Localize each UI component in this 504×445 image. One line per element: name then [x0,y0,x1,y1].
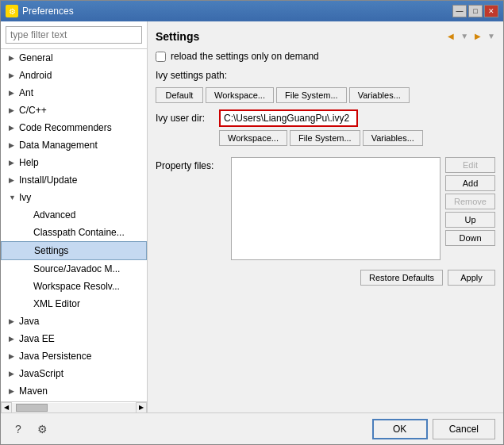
arrow-data-management: ▶ [9,138,17,152]
label-workspace-resolv: Workspace Resolv... [33,279,120,293]
maximize-button[interactable]: □ [468,5,483,17]
label-ivy: Ivy [19,190,31,205]
settings-icon-button[interactable]: ⚙ [33,420,52,439]
label-java-ee: Java EE [19,332,55,346]
restore-defaults-button[interactable]: Restore Defaults [360,270,443,286]
footer-icons: ? ⚙ [9,420,52,439]
sidebar-item-help[interactable]: ▶ Help [1,154,147,171]
reload-label: reload the settings only on demand [171,51,319,62]
label-javascript: JavaScript [19,366,63,381]
arrow-java-persistence: ▶ [9,349,17,363]
file-system2-button[interactable]: File System... [290,130,360,146]
sidebar-item-xml-editor[interactable]: XML Editor [1,295,147,313]
label-maven: Maven [19,384,48,398]
cancel-button[interactable]: Cancel [433,419,495,439]
label-general: General [19,51,53,65]
hscroll-track [12,403,136,412]
workspace2-button[interactable]: Workspace... [219,130,287,146]
sidebar-item-general[interactable]: ▶ General [1,49,147,67]
arrow-maven: ▶ [9,384,17,398]
nav-forward-button[interactable]: ▶ [470,29,486,43]
minimize-button[interactable]: — [452,5,467,17]
reload-row: reload the settings only on demand [156,51,495,62]
label-source-javadoc: Source/Javadoc M... [33,262,120,276]
default-button[interactable]: Default [156,87,203,103]
label-code-recommenders: Code Recommenders [19,121,112,135]
window-icon: ⚙ [6,5,18,17]
up-button[interactable]: Up [445,212,495,228]
sidebar-item-java-ee[interactable]: ▶ Java EE [1,330,147,347]
remove-button[interactable]: Remove [445,194,495,209]
arrow-code-recommenders: ▶ [9,121,17,135]
ivy-user-dir-buttons: Workspace... File System... Variables... [219,130,495,146]
nav-back-button[interactable]: ◀ [443,29,459,43]
variables2-button[interactable]: Variables... [363,130,423,146]
file-system-button[interactable]: File System... [276,87,347,103]
hscroll-left[interactable]: ◀ [1,402,12,413]
arrow-ant: ▶ [9,86,17,100]
sidebar-item-source-javadoc[interactable]: Source/Javadoc M... [1,260,147,278]
nav-separator: ▼ [460,32,468,40]
sidebar-item-java[interactable]: ▶ Java [1,313,147,330]
sidebar-item-cpp[interactable]: ▶ C/C++ [1,102,147,119]
nav-buttons: ◀ ▼ ▶ ▼ [443,29,495,43]
help-icon-button[interactable]: ? [9,420,28,439]
apply-button[interactable]: Apply [448,270,495,286]
down-button[interactable]: Down [445,230,495,246]
sidebar-item-android[interactable]: ▶ Android [1,67,147,84]
label-java: Java [19,314,39,328]
ivy-user-dir-input[interactable] [219,109,358,127]
arrow-java-ee: ▶ [9,332,17,346]
label-data-management: Data Management [19,138,98,152]
property-files-section: Property files: Edit Add Remove Up Down [156,157,495,263]
label-cpp: C/C++ [19,103,47,117]
reload-checkbox[interactable] [156,52,166,62]
sidebar-item-data-management[interactable]: ▶ Data Management [1,136,147,154]
variables-button[interactable]: Variables... [349,87,410,103]
label-ant: Ant [19,86,33,100]
sidebar-item-java-persistence[interactable]: ▶ Java Persistence [1,347,147,365]
sidebar-item-settings[interactable]: Settings [1,241,147,260]
tree-list[interactable]: ▶ General ▶ Android ▶ Ant ▶ C/C++ [1,49,147,401]
label-xml-editor: XML Editor [33,297,80,311]
sidebar-item-code-recommenders[interactable]: ▶ Code Recommenders [1,119,147,136]
sidebar-item-maven[interactable]: ▶ Maven [1,382,147,400]
footer-right: OK Cancel [372,419,495,439]
sidebar-item-classpath-container[interactable]: Classpath Containe... [1,224,147,241]
hscroll-right[interactable]: ▶ [136,402,147,413]
arrow-java: ▶ [9,314,17,328]
sidebar: ▶ General ▶ Android ▶ Ant ▶ C/C++ [1,21,148,412]
title-bar: ⚙ Preferences — □ ✕ [1,1,503,21]
property-buttons: Edit Add Remove Up Down [445,157,495,246]
sidebar-item-ant[interactable]: ▶ Ant [1,84,147,102]
edit-button[interactable]: Edit [445,157,495,173]
property-list[interactable] [231,157,441,260]
bottom-actions: Restore Defaults Apply [156,270,495,286]
sidebar-item-ivy[interactable]: ▼ Ivy [1,189,147,206]
sidebar-item-javascript[interactable]: ▶ JavaScript [1,365,147,382]
ivy-settings-path-label: Ivy settings path: [156,70,247,81]
arrow-general: ▶ [9,51,17,65]
ok-button[interactable]: OK [372,419,428,439]
property-list-area [231,157,441,263]
horizontal-scrollbar[interactable]: ◀ ▶ [1,401,147,412]
add-button[interactable]: Add [445,175,495,191]
right-panel: Settings ◀ ▼ ▶ ▼ reload the settings onl… [148,21,503,412]
close-button[interactable]: ✕ [484,5,498,17]
label-android: Android [19,68,52,82]
panel-title: Settings [156,30,199,43]
label-advanced: Advanced [33,208,75,222]
sidebar-item-install-update[interactable]: ▶ Install/Update [1,171,147,189]
hscroll-thumb[interactable] [16,404,48,412]
sidebar-item-workspace-resolv[interactable]: Workspace Resolv... [1,278,147,295]
sidebar-item-advanced[interactable]: Advanced [1,206,147,224]
workspace-button[interactable]: Workspace... [206,87,274,103]
ivy-user-dir-label: Ivy user dir: [156,113,219,124]
panel-header: Settings ◀ ▼ ▶ ▼ [156,29,495,43]
main-content: ▶ General ▶ Android ▶ Ant ▶ C/C++ [1,21,503,412]
label-classpath: Classpath Containe... [33,225,125,240]
filter-input[interactable] [6,26,142,44]
footer-bar: ? ⚙ OK Cancel [1,412,503,444]
property-files-label: Property files: [156,157,231,171]
window-title: Preferences [22,6,74,17]
